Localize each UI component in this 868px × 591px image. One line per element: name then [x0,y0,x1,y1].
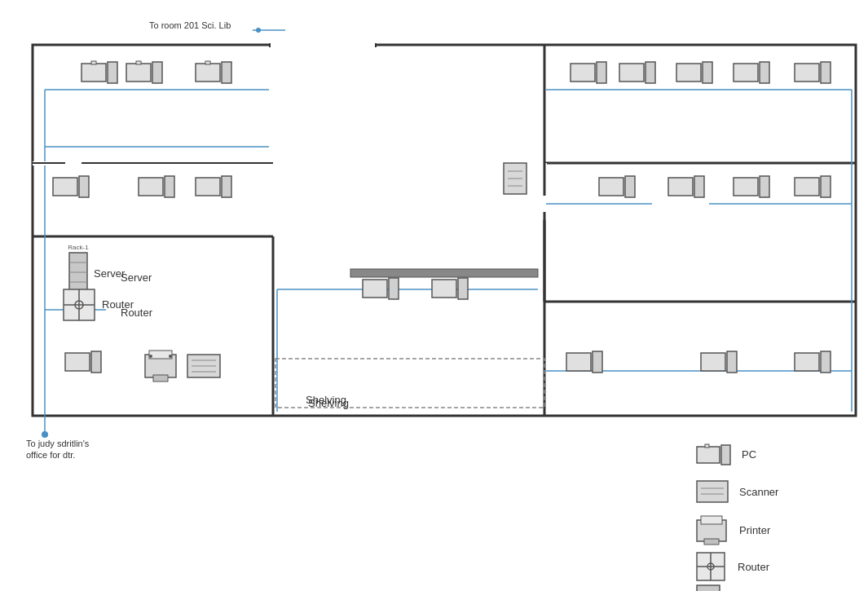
svg-rect-67 [432,280,456,298]
pc-mr-3 [734,176,769,197]
svg-rect-76 [734,64,758,82]
svg-rect-6 [375,43,377,47]
svg-point-28 [42,431,48,438]
svg-rect-42 [196,178,220,196]
pc-mr-4 [795,176,831,197]
svg-rect-33 [136,61,141,64]
svg-rect-41 [165,176,174,197]
svg-rect-43 [222,176,231,197]
svg-rect-75 [703,62,712,83]
pc-br-1 [566,351,602,373]
pc-tr-1 [571,62,606,83]
svg-rect-65 [363,280,387,298]
svg-rect-64 [350,269,538,277]
svg-text:Scanner: Scanner [739,486,779,498]
pc-mr-1 [599,176,635,197]
svg-rect-72 [619,64,644,82]
svg-rect-56 [149,351,172,359]
svg-rect-38 [53,178,77,196]
pc-1 [82,61,117,83]
svg-text:Rack-1: Rack-1 [68,244,89,251]
svg-rect-30 [91,61,96,64]
wall-device [504,163,527,194]
svg-rect-108 [704,539,719,545]
svg-rect-98 [697,447,720,463]
svg-rect-79 [821,62,831,83]
svg-rect-4 [269,43,375,47]
pc-7 [65,351,101,373]
shelving-text-label: Shelving [308,397,349,409]
pc-counter-2 [432,278,468,299]
svg-rect-53 [65,353,90,371]
pc-4 [53,176,89,197]
svg-rect-91 [727,351,737,373]
svg-rect-89 [593,351,602,373]
svg-rect-93 [821,351,831,373]
svg-rect-37 [222,62,231,83]
pc-tr-4 [734,62,769,83]
svg-point-59 [169,355,172,358]
pc-3 [196,61,231,83]
svg-rect-84 [734,178,758,196]
svg-rect-31 [108,62,117,83]
svg-rect-36 [205,61,210,64]
svg-rect-32 [126,64,151,82]
svg-rect-90 [701,353,725,371]
svg-rect-68 [458,278,468,299]
room201-annotation: To room 201 Sci. Lib [149,20,231,30]
pc-mr-2 [668,176,704,197]
pc-tr-3 [676,62,712,83]
pc-br-2 [701,351,737,373]
svg-rect-73 [645,62,655,83]
svg-rect-57 [153,375,168,382]
svg-rect-80 [599,178,623,196]
svg-rect-39 [79,176,89,197]
svg-rect-29 [82,64,106,82]
svg-text:Printer: Printer [739,524,771,536]
svg-rect-74 [676,64,701,82]
svg-rect-86 [795,178,819,196]
svg-rect-100 [721,445,730,465]
svg-rect-81 [625,176,635,197]
scanner-floor [187,355,220,377]
svg-rect-92 [795,353,819,371]
svg-rect-66 [389,278,399,299]
svg-rect-99 [705,444,709,448]
svg-text:PC: PC [742,448,756,461]
server-text-label: Server [121,271,152,284]
pc-br-3 [795,351,831,373]
router-icon-floor [64,289,95,320]
svg-rect-88 [566,353,591,371]
svg-rect-87 [821,176,831,197]
pc-2 [126,61,162,83]
svg-point-58 [149,355,152,358]
judy-annotation-line2: office for dtr. [26,450,75,460]
svg-rect-102 [697,481,728,502]
svg-rect-78 [795,64,819,82]
svg-rect-71 [597,62,606,83]
svg-rect-40 [139,178,163,196]
judy-annotation-line1: To judy sdritlin's [26,439,90,448]
svg-rect-115 [697,585,720,591]
svg-rect-54 [91,351,101,373]
svg-rect-77 [760,62,769,83]
pc-tr-5 [795,62,831,83]
svg-rect-85 [760,176,769,197]
pc-counter-1 [363,278,399,299]
svg-rect-107 [701,516,722,524]
svg-rect-70 [571,64,595,82]
svg-rect-35 [196,64,220,82]
svg-rect-83 [694,176,704,197]
svg-rect-82 [668,178,693,196]
pc-6 [196,176,231,197]
router-text-label: Router [121,307,152,319]
svg-text:Router: Router [738,561,770,573]
pc-5 [139,176,174,197]
floor-plan-svg: To room 201 Sci. Lib [0,0,868,591]
svg-rect-5 [269,43,271,47]
printer-floor [145,351,176,382]
pc-tr-2 [619,62,655,83]
svg-point-2 [256,28,261,33]
svg-rect-34 [152,62,162,83]
